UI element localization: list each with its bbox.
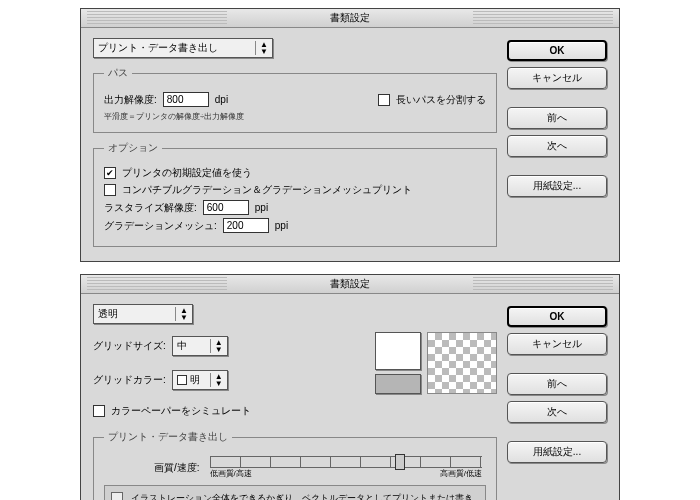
document-setup-dialog-transparency: 書類設定 透明 ▲▼ グリッドサイズ: 中 ▲▼ グリッドカラ (80, 274, 620, 500)
simulate-paper-label: カラーペーパーをシミュレート (111, 404, 251, 418)
ok-button[interactable]: OK (507, 40, 607, 61)
updown-icon: ▲▼ (255, 41, 268, 55)
split-paths-label: 長いパスを分割する (396, 93, 486, 107)
output-res-input[interactable]: 800 (163, 92, 209, 107)
color-swatch-icon (177, 375, 187, 385)
page-setup-button[interactable]: 用紙設定... (507, 175, 607, 197)
split-paths-checkbox[interactable] (378, 94, 390, 106)
foreground-swatch[interactable] (375, 332, 421, 370)
path-legend: パス (104, 66, 132, 80)
titlebar: 書類設定 (81, 9, 619, 28)
path-note: 平滑度＝プリンタの解像度÷出力解像度 (104, 111, 486, 122)
next-button[interactable]: 次へ (507, 401, 607, 423)
slider-low-label: 低画質/高速 (210, 468, 252, 479)
options-legend: オプション (104, 141, 162, 155)
raster-res-input[interactable]: 600 (203, 200, 249, 215)
grid-color-select[interactable]: 明 ▲▼ (172, 370, 228, 390)
grid-color-value: 明 (190, 373, 200, 387)
cancel-button[interactable]: キャンセル (507, 333, 607, 355)
cancel-button[interactable]: キャンセル (507, 67, 607, 89)
info-text: イラストレーション全体をできるかぎり、ベクトルデータとしてプリントまたは書き出し… (131, 492, 480, 500)
document-icon (111, 492, 123, 500)
page-select[interactable]: プリント・データ書き出し ▲▼ (93, 38, 273, 58)
page-select-value: 透明 (98, 307, 118, 321)
mesh-res-input[interactable]: 200 (223, 218, 269, 233)
page-select-value: プリント・データ書き出し (98, 41, 218, 55)
output-res-unit: dpi (215, 94, 228, 105)
page-setup-button[interactable]: 用紙設定... (507, 441, 607, 463)
quality-slider[interactable] (210, 456, 482, 468)
export-group: プリント・データ書き出し 画質/速度: 低画質/高速 高画質/低速 (93, 430, 497, 500)
updown-icon: ▲▼ (210, 373, 223, 387)
updown-icon: ▲▼ (175, 307, 188, 321)
dialog-title: 書類設定 (330, 12, 370, 23)
updown-icon: ▲▼ (210, 339, 223, 353)
simulate-paper-checkbox[interactable] (93, 405, 105, 417)
grid-color-label: グリッドカラー: (93, 373, 166, 387)
raster-res-unit: ppi (255, 202, 268, 213)
output-res-label: 出力解像度: (104, 93, 157, 107)
grid-size-value: 中 (177, 339, 187, 353)
info-box: イラストレーション全体をできるかぎり、ベクトルデータとしてプリントまたは書き出し… (104, 485, 486, 500)
mesh-res-label: グラデーションメッシュ: (104, 219, 217, 233)
prev-button[interactable]: 前へ (507, 373, 607, 395)
prev-button[interactable]: 前へ (507, 107, 607, 129)
use-defaults-label: プリンタの初期設定値を使う (122, 166, 252, 180)
titlebar: 書類設定 (81, 275, 619, 294)
ok-button[interactable]: OK (507, 306, 607, 327)
dialog-title: 書類設定 (330, 278, 370, 289)
slider-thumb[interactable] (395, 454, 405, 470)
quality-label: 画質/速度: (154, 461, 200, 475)
document-setup-dialog-print: 書類設定 プリント・データ書き出し ▲▼ パス 出力解像度: 800 dpi 長… (80, 8, 620, 262)
slider-high-label: 高画質/低速 (440, 468, 482, 479)
transparency-preview (427, 332, 497, 394)
compat-grad-checkbox[interactable] (104, 184, 116, 196)
path-group: パス 出力解像度: 800 dpi 長いパスを分割する 平滑度＝プリンタの解像度… (93, 66, 497, 133)
use-defaults-checkbox[interactable]: ✔ (104, 167, 116, 179)
next-button[interactable]: 次へ (507, 135, 607, 157)
mesh-res-unit: ppi (275, 220, 288, 231)
export-legend: プリント・データ書き出し (104, 430, 232, 444)
page-select[interactable]: 透明 ▲▼ (93, 304, 193, 324)
grid-size-select[interactable]: 中 ▲▼ (172, 336, 228, 356)
raster-res-label: ラスタライズ解像度: (104, 201, 197, 215)
background-swatch[interactable] (375, 374, 421, 394)
options-group: オプション ✔ プリンタの初期設定値を使う コンパチブルグラデーション＆グラデー… (93, 141, 497, 247)
grid-size-label: グリッドサイズ: (93, 339, 166, 353)
compat-grad-label: コンパチブルグラデーション＆グラデーションメッシュプリント (122, 183, 412, 197)
